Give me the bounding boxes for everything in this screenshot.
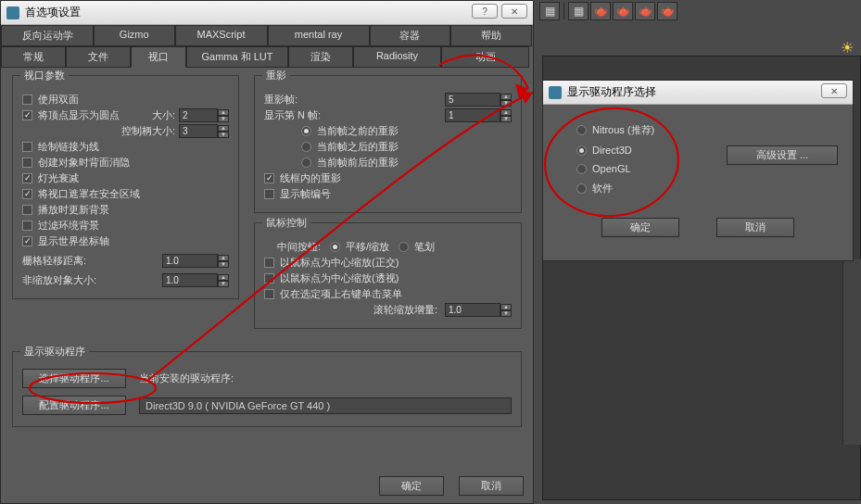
lbl-world-axis: 显示世界坐标轴 [38,234,109,248]
chk-center-persp[interactable] [264,273,274,284]
lbl-rt-click-sel: 仅在选定项上右键单击菜单 [280,287,402,301]
spin-grid-down[interactable]: ▼ [218,261,229,268]
lbl-ghost-num: 显示帧编号 [280,187,331,201]
prefs-titlebar: 首选项设置 ? ✕ [1,1,533,25]
adv-settings-button[interactable]: 高级设置 ... [727,145,838,165]
toolbar-icon-3[interactable]: 🫖 [590,2,611,20]
lbl-center-ortho: 以鼠标点为中心缩放(正交) [280,256,399,270]
toolbar-icon-4[interactable]: 🫖 [613,2,633,20]
rad-nitrous[interactable] [576,125,587,135]
driver-title: 显示驱动程序选择 [567,84,656,100]
tab-animation[interactable]: 动画 [441,46,529,68]
tab-render[interactable]: 渲染 [288,46,353,68]
tabs-row-1: 反向运动学 Gizmo MAXScript mental ray 容器 帮助 [1,25,533,46]
choose-driver-button[interactable]: 选择驱动程序... [22,369,126,388]
spin-non-scale[interactable] [162,273,218,287]
spin-handle-down[interactable]: ▼ [218,132,229,138]
driver-cancel-button[interactable]: 取消 [716,218,794,237]
prefs-cancel-button[interactable]: 取消 [459,476,524,496]
help-button[interactable]: ? [472,4,498,19]
driver-titlebar: 显示驱动程序选择 ✕ [543,81,853,105]
spin-wh-down[interactable]: ▼ [500,310,512,317]
toolbar-icon-6[interactable]: 🫖 [657,2,677,20]
chk-backface[interactable] [22,158,32,168]
tab-viewport[interactable]: 视口 [131,46,186,68]
tab-general[interactable]: 常规 [1,46,66,68]
tabs-row-2: 常规 文件 视口 Gamma 和 LUT 渲染 Radiosity 动画 [1,46,533,68]
spin-size-up[interactable]: ▲ [218,109,229,116]
lbl-software: 软件 [592,182,613,195]
spin-gf-up[interactable]: ▲ [500,94,512,100]
spin-grid-up[interactable]: ▲ [218,255,229,261]
toolbar-icon-1[interactable]: ▦ [539,2,560,20]
chk-light-atten[interactable] [22,173,32,183]
spin-wh-up[interactable]: ▲ [500,304,512,310]
tab-radiosity[interactable]: Radiosity [353,46,441,68]
lbl-ghost-frames: 重影帧: [264,93,298,107]
mouse-title: 鼠标控制 [262,216,310,230]
chk-world-axis[interactable] [22,236,32,246]
prefs-title: 首选项设置 [25,5,81,20]
lbl-ghost-wire: 线框内的重影 [280,171,341,185]
spin-gf-down[interactable]: ▼ [500,100,512,107]
tab-mentalray[interactable]: mental ray [268,25,370,46]
chk-ghost-num[interactable] [264,189,274,199]
driver-close-button[interactable]: ✕ [821,83,847,98]
rad-ghost-before[interactable] [301,126,311,136]
lbl-vert-dots: 将顶点显示为圆点 [38,108,120,122]
rad-opengl[interactable] [576,164,587,174]
chk-rt-click-sel[interactable] [264,289,274,299]
toolbar-icon-5[interactable]: 🫖 [635,2,655,20]
spin-handle-up[interactable]: ▲ [218,125,229,132]
driver-ok-button[interactable]: 确定 [601,218,679,237]
tab-files[interactable]: 文件 [66,46,131,68]
chk-mask-safe[interactable] [22,189,32,199]
chk-dual-planes[interactable] [22,94,32,105]
lbl-size: 大小: [152,108,175,122]
lbl-update-bg: 播放时更新背景 [38,203,109,217]
chk-update-bg[interactable] [22,205,32,215]
chk-filter-env[interactable] [22,220,32,231]
rad-software[interactable] [576,183,587,194]
spin-ns-down[interactable]: ▼ [218,281,229,287]
lbl-pan-zoom: 平移/缩放 [346,240,389,254]
chk-vert-dots[interactable] [22,110,32,120]
spin-nth-down[interactable]: ▼ [500,116,512,122]
rad-ghost-after[interactable] [301,142,311,152]
ghosting-title: 重影 [262,69,290,82]
chk-draw-links[interactable] [22,142,32,152]
toolbar-divider [563,3,564,19]
tab-container[interactable]: 容器 [370,25,451,46]
rad-pan-zoom[interactable] [330,242,340,252]
display-driver-group: 显示驱动程序 选择驱动程序... 当前安装的驱动程序: 配置驱动程序... Di… [12,351,522,427]
rad-ghost-both[interactable] [301,158,311,168]
ghosting-group: 重影 重影帧: ▲▼ 显示第 N 帧: ▲▼ 当前帧之前的重影 当前帧之后的重影… [254,75,522,213]
spin-size-down[interactable]: ▼ [218,116,229,122]
tab-maxscript[interactable]: MAXScript [175,25,268,46]
current-driver-field: Direct3D 9.0 ( NVIDIA GeForce GT 440 ) [139,397,512,414]
tab-ik[interactable]: 反向运动学 [1,25,94,46]
chk-ghost-wire[interactable] [264,173,274,183]
spin-grid-dist[interactable] [162,254,218,268]
close-button[interactable]: ✕ [501,4,527,19]
tab-gamma[interactable]: Gamma 和 LUT [186,46,288,68]
app-icon-2 [549,86,562,99]
spin-size[interactable] [179,108,218,122]
config-driver-button[interactable]: 配置驱动程序... [22,396,126,415]
viewport-params-title: 视口参数 [20,69,69,82]
tab-gizmo[interactable]: Gizmo [94,25,175,46]
rad-stroke[interactable] [399,242,409,252]
prefs-ok-button[interactable]: 确定 [379,476,444,496]
spin-handle-size[interactable] [179,124,218,138]
spin-wheel[interactable] [445,303,500,317]
tab-help[interactable]: 帮助 [450,25,532,46]
rad-d3d[interactable] [576,145,587,156]
lbl-handle-size: 控制柄大小: [121,124,175,138]
spin-nth[interactable] [445,108,500,122]
spin-ghost-frames[interactable] [445,93,500,107]
spin-nth-up[interactable]: ▲ [500,109,512,116]
toolbar-icon-2[interactable]: ▦ [568,2,589,20]
chk-center-ortho[interactable] [264,258,274,268]
spin-ns-up[interactable]: ▲ [218,274,229,281]
lbl-ghost-after: 当前帧之后的重影 [317,140,399,154]
